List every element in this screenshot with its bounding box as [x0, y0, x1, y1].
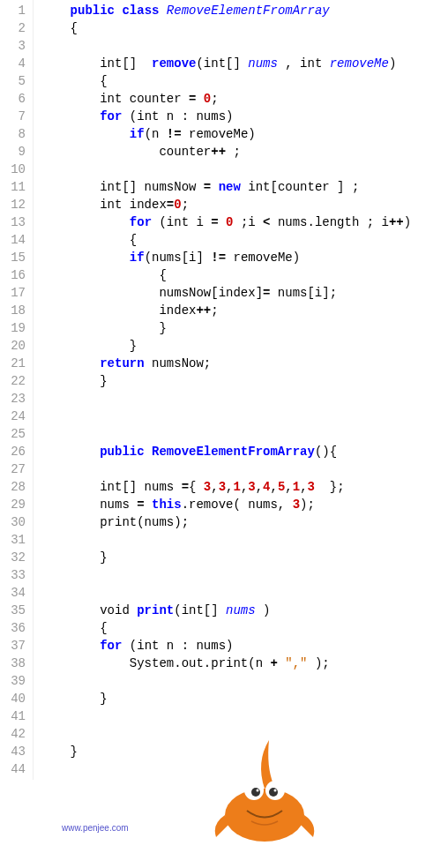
footer-url: www.penjee.com [62, 823, 129, 833]
code-line[interactable]: index++; [41, 302, 448, 319]
line-number: 28 [4, 478, 26, 496]
line-number: 33 [4, 566, 26, 584]
line-number: 4 [4, 55, 26, 72]
line-number: 8 [4, 125, 26, 143]
line-number: 32 [4, 549, 26, 566]
code-line[interactable]: } [41, 549, 448, 566]
code-line[interactable] [41, 425, 448, 443]
code-line[interactable]: return numsNow; [41, 355, 448, 372]
code-line[interactable]: int[] remove(int[] nums , int removeMe) [41, 55, 448, 72]
code-line[interactable]: if(nums[i] != removeMe) [41, 249, 448, 266]
line-number: 23 [4, 390, 26, 408]
penjee-mascot-icon [203, 727, 326, 850]
line-number: 11 [4, 178, 26, 196]
code-line[interactable]: } [41, 690, 448, 707]
code-line[interactable]: for (int i = 0 ;i < nums.length ; i++) [41, 213, 448, 231]
code-line[interactable] [41, 566, 448, 584]
line-number: 40 [4, 690, 26, 707]
line-number: 3 [4, 37, 26, 55]
svg-point-6 [274, 789, 277, 792]
line-number: 29 [4, 496, 26, 513]
code-line[interactable]: int index=0; [41, 196, 448, 213]
line-number: 41 [4, 707, 26, 725]
line-number: 38 [4, 655, 26, 672]
line-number: 44 [4, 760, 26, 778]
code-line[interactable]: int counter = 0; [41, 90, 448, 108]
code-line[interactable]: void print(int[] nums ) [41, 602, 448, 619]
svg-point-5 [257, 789, 259, 792]
code-line[interactable] [41, 707, 448, 725]
line-number: 12 [4, 196, 26, 213]
code-line[interactable]: { [41, 72, 448, 90]
code-line[interactable]: } [41, 337, 448, 355]
code-line[interactable]: { [41, 231, 448, 249]
line-number: 7 [4, 108, 26, 125]
line-number: 20 [4, 337, 26, 355]
line-number: 37 [4, 637, 26, 655]
code-line[interactable] [41, 584, 448, 602]
line-number-gutter: 1234567891011121314151617181920212223242… [0, 0, 34, 780]
code-line[interactable] [41, 531, 448, 549]
code-line[interactable]: int[] numsNow = new int[counter ] ; [41, 178, 448, 196]
line-number: 16 [4, 266, 26, 284]
line-number: 39 [4, 672, 26, 690]
line-number: 17 [4, 284, 26, 302]
svg-point-3 [251, 788, 260, 797]
code-line[interactable] [41, 161, 448, 178]
code-line[interactable]: print(nums); [41, 513, 448, 531]
code-line[interactable]: } [41, 372, 448, 390]
code-line[interactable] [41, 408, 448, 425]
line-number: 36 [4, 619, 26, 637]
line-number: 10 [4, 161, 26, 178]
line-number: 34 [4, 584, 26, 602]
code-line[interactable]: { [41, 19, 448, 37]
line-number: 26 [4, 443, 26, 460]
line-number: 9 [4, 143, 26, 161]
code-line[interactable] [41, 37, 448, 55]
code-line[interactable]: numsNow[index]= nums[i]; [41, 284, 448, 302]
code-line[interactable] [41, 672, 448, 690]
svg-point-4 [269, 788, 278, 797]
code-line[interactable]: public RemoveElementFromArray(){ [41, 443, 448, 460]
code-line[interactable] [41, 390, 448, 408]
code-line[interactable]: for (int n : nums) [41, 108, 448, 125]
line-number: 2 [4, 19, 26, 37]
line-number: 30 [4, 513, 26, 531]
code-content[interactable]: public class RemoveElementFromArray { in… [34, 0, 448, 780]
line-number: 15 [4, 249, 26, 266]
code-line[interactable]: public class RemoveElementFromArray [41, 2, 448, 19]
code-line[interactable]: } [41, 319, 448, 337]
line-number: 43 [4, 743, 26, 760]
code-line[interactable] [41, 460, 448, 478]
line-number: 18 [4, 302, 26, 319]
line-number: 27 [4, 460, 26, 478]
line-number: 6 [4, 90, 26, 108]
line-number: 5 [4, 72, 26, 90]
line-number: 14 [4, 231, 26, 249]
code-line[interactable]: { [41, 266, 448, 284]
code-line[interactable]: for (int n : nums) [41, 637, 448, 655]
code-line[interactable]: counter++ ; [41, 143, 448, 161]
code-editor[interactable]: 1234567891011121314151617181920212223242… [0, 0, 448, 780]
code-line[interactable]: nums = this.remove( nums, 3); [41, 496, 448, 513]
line-number: 42 [4, 725, 26, 743]
line-number: 24 [4, 408, 26, 425]
line-number: 35 [4, 602, 26, 619]
line-number: 1 [4, 2, 26, 19]
line-number: 22 [4, 372, 26, 390]
code-line[interactable]: if(n != removeMe) [41, 125, 448, 143]
code-line[interactable]: { [41, 619, 448, 637]
svg-point-0 [225, 789, 304, 842]
line-number: 25 [4, 425, 26, 443]
code-line[interactable]: int[] nums ={ 3,3,1,3,4,5,1,3 }; [41, 478, 448, 496]
code-line[interactable]: System.out.print(n + "," ); [41, 655, 448, 672]
line-number: 13 [4, 213, 26, 231]
line-number: 31 [4, 531, 26, 549]
line-number: 21 [4, 355, 26, 372]
line-number: 19 [4, 319, 26, 337]
